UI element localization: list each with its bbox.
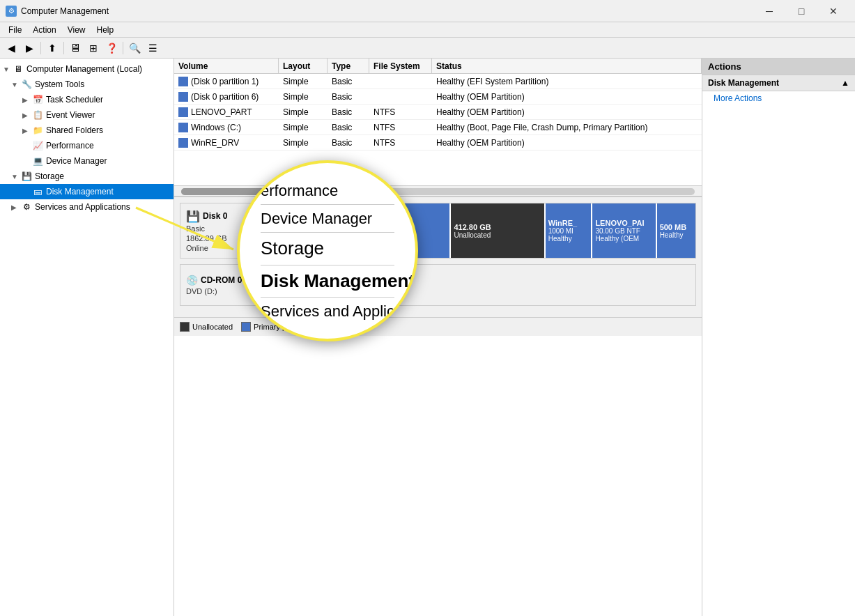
actions-more-actions[interactable]: More Actions	[702, 91, 855, 105]
sidebar-item-storage[interactable]: ▼ 💾 Storage	[0, 169, 174, 184]
main-layout: ▼ 🖥 Computer Management (Local) ▼ 🔧 Syst…	[0, 59, 855, 616]
search-button[interactable]: 🔍	[126, 40, 143, 56]
col-header-status[interactable]: Status	[432, 59, 702, 73]
sidebar-item-task-scheduler[interactable]: ▶ 📅 Task Scheduler	[0, 92, 174, 107]
toolbar: ◀ ▶ ⬆ 🖥 ⊞ ❓ 🔍 ☰	[0, 38, 855, 59]
sidebar-item-device-manager[interactable]: 💻 Device Manager	[0, 153, 174, 169]
vol-color-indicator	[178, 123, 188, 132]
up-button[interactable]: ⬆	[44, 40, 61, 56]
sidebar-item-event-viewer[interactable]: ▶ 📋 Event Viewer	[0, 107, 174, 123]
sidebar-item-root[interactable]: ▼ 🖥 Computer Management (Local)	[0, 61, 174, 77]
mag-performance: erformance	[261, 178, 338, 203]
vol-color-indicator	[178, 138, 188, 148]
actions-header: Actions	[702, 59, 855, 75]
partition-winre-status: Healthy	[548, 235, 589, 242]
vol-color-indicator	[178, 92, 188, 102]
horizontal-scrollbar[interactable]	[174, 185, 702, 197]
vol-type: Basic	[328, 138, 369, 148]
menu-bar: File Action View Help	[0, 22, 855, 38]
vol-layout: Simple	[279, 77, 328, 86]
table-row[interactable]: (Disk 0 partition 6) Simple Basic Health…	[174, 89, 702, 105]
disk-legend: Unallocated Primary partition	[174, 317, 702, 336]
vol-layout: Simple	[279, 107, 328, 117]
menu-help[interactable]: Help	[91, 24, 120, 36]
sidebar-item-shared-folders[interactable]: ▶ 📁 Shared Folders	[0, 123, 174, 138]
vol-fs: NTFS	[369, 138, 432, 148]
list-button[interactable]: ☰	[144, 40, 161, 56]
col-header-layout[interactable]: Layout	[279, 59, 328, 73]
sidebar-shared-folders-label: Shared Folders	[46, 125, 103, 135]
menu-action[interactable]: Action	[27, 24, 61, 36]
task-scheduler-icon: 📅	[32, 94, 43, 105]
forward-button[interactable]: ▶	[21, 40, 38, 56]
shared-folders-icon: 📁	[32, 125, 43, 136]
col-header-fs[interactable]: File System	[369, 59, 432, 73]
disk-management-icon: 🖴	[32, 186, 43, 197]
sidebar-item-performance[interactable]: 📈 Performance	[0, 138, 174, 153]
vol-type: Basic	[328, 92, 369, 102]
mag-disk-management: Disk Management	[261, 267, 415, 296]
window-title: Computer Management	[21, 6, 753, 16]
tree-arrow-root: ▼	[3, 66, 13, 73]
tree-arrow-system-tools: ▼	[11, 81, 21, 88]
storage-icon: 💾	[21, 171, 32, 182]
sidebar-event-viewer-label: Event Viewer	[46, 110, 95, 120]
minimize-button[interactable]: ─	[753, 0, 785, 22]
legend-unallocated: Unallocated	[180, 322, 233, 332]
vol-status: Healthy (OEM Partition)	[432, 107, 702, 117]
vol-fs: NTFS	[369, 123, 432, 132]
vol-layout: Simple	[279, 92, 328, 102]
sidebar-item-disk-management[interactable]: 🖴 Disk Management	[0, 184, 174, 199]
device-manager-icon: 💻	[32, 155, 43, 167]
toolbar-separator-3	[123, 42, 123, 54]
vol-name: LENOVO_PART	[191, 107, 252, 117]
partition-winre[interactable]: WinRE_ 1000 MI Healthy	[546, 203, 593, 258]
partition-unalloc-size: 412.80 GB	[454, 223, 541, 231]
table-body: (Disk 0 partition 1) Simple Basic Health…	[174, 74, 702, 185]
mag-device-manager: Device Manager	[261, 206, 372, 231]
close-button[interactable]: ✕	[817, 0, 849, 22]
grid-button[interactable]: ⊞	[85, 40, 102, 56]
computer-button[interactable]: 🖥	[67, 40, 84, 56]
partition-lenovo-detail: 30.00 GB NTF	[595, 227, 652, 235]
sidebar-services-label: Services and Applications	[35, 202, 130, 212]
legend-unallocated-label: Unallocated	[192, 323, 233, 331]
col-header-type[interactable]: Type	[328, 59, 369, 73]
table-row[interactable]: Windows (C:) Simple Basic NTFS Healthy (…	[174, 120, 702, 135]
table-row[interactable]: WinRE_DRV Simple Basic NTFS Healthy (OEM…	[174, 135, 702, 151]
sidebar-performance-label: Performance	[46, 141, 94, 151]
menu-view[interactable]: View	[62, 24, 91, 36]
partition-500mb[interactable]: 500 MB Healthy	[657, 203, 695, 258]
sidebar-item-system-tools[interactable]: ▼ 🔧 System Tools	[0, 77, 174, 92]
vol-color-indicator	[178, 77, 188, 86]
actions-section-title: Disk Management	[708, 78, 779, 88]
vol-name: (Disk 0 partition 6)	[191, 92, 259, 102]
partition-unalloc-label: Unallocated	[454, 231, 541, 239]
table-row[interactable]: LENOVO_PART Simple Basic NTFS Healthy (O…	[174, 105, 702, 120]
vol-status: Healthy (OEM Partition)	[432, 138, 702, 148]
window-controls: ─ □ ✕	[753, 0, 849, 22]
mag-divider-3	[261, 265, 394, 265]
app-icon: ⚙	[6, 6, 17, 17]
tree-arrow-shared-folders: ▶	[22, 127, 32, 134]
vol-status: Healthy (EFI System Partition)	[432, 77, 702, 86]
toolbar-separator-2	[63, 42, 64, 54]
sidebar-item-services-apps[interactable]: ▶ ⚙ Services and Applications	[0, 199, 174, 215]
menu-file[interactable]: File	[3, 24, 27, 36]
partition-lenovo-status: Healthy (OEM	[595, 235, 652, 242]
mag-divider-4	[261, 297, 394, 298]
toolbar-separator-1	[40, 42, 41, 54]
table-row[interactable]: (Disk 0 partition 1) Simple Basic Health…	[174, 74, 702, 89]
back-button[interactable]: ◀	[3, 40, 20, 56]
partition-unallocated[interactable]: 412.80 GB Unallocated	[451, 203, 545, 258]
sidebar-device-manager-label: Device Manager	[46, 156, 107, 166]
vol-name: WinRE_DRV	[191, 138, 239, 148]
partition-lenovo[interactable]: LENOVO_PAI 30.00 GB NTF Healthy (OEM	[592, 203, 656, 258]
col-header-volume[interactable]: Volume	[174, 59, 279, 73]
help-button[interactable]: ❓	[103, 40, 120, 56]
vol-status: Healthy (Boot, Page File, Crash Dump, Pr…	[432, 123, 702, 132]
partition-lenovo-name: LENOVO_PAI	[595, 219, 652, 227]
maximize-button[interactable]: □	[785, 0, 817, 22]
vol-fs: NTFS	[369, 107, 432, 117]
legend-unallocated-box	[180, 322, 190, 332]
